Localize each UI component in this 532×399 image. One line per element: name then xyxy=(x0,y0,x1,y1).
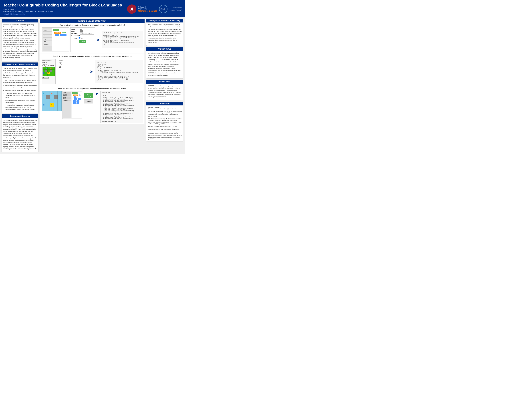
motivation-item-3: Enable teachers to share their levels an… xyxy=(5,92,37,99)
opt-player[interactable]: player xyxy=(59,61,67,63)
create-button[interactable]: Create xyxy=(79,40,86,43)
author-email: ngtumlin@crimson.ua.edu xyxy=(3,13,122,15)
level-bg-field: Background: #28BB09 xyxy=(43,65,55,66)
student-blockly-area: Action Direction Control Logic Math Vari… xyxy=(62,91,82,119)
ref-3: [3] D. Weintrop and U. Wilensky, "To blo… xyxy=(148,118,182,125)
s-cat-logic[interactable]: Logic xyxy=(63,96,71,98)
char-no-radio[interactable] xyxy=(78,37,81,39)
char-form: Name: rock Color: Image URL: Is squi xyxy=(70,27,95,52)
references-body: [1] Blockly Overview – https://developer… xyxy=(146,105,183,141)
motivation-body: Code.org's coding puzzles (e.g., Hour of… xyxy=(2,66,38,113)
header-right: A College of Engineering Computer Scienc… xyxy=(127,5,182,14)
nsf-grant-text: This project was partially supported by … xyxy=(169,7,182,11)
level-cols-field: Columns: 6 xyxy=(43,63,55,65)
char-name-label: Name: xyxy=(71,28,79,30)
background-header: Background Research xyxy=(2,114,38,118)
background-text: Block-based languages have many advantag… xyxy=(3,119,37,150)
motivation-list: Allow teachers to customize the appearan… xyxy=(3,85,37,111)
level-bg-val: #28BB09 xyxy=(49,65,54,66)
level-form: Name: arcadegame Rows: 4 Columns: 6 Back… xyxy=(42,59,56,84)
references-header: References xyxy=(146,102,183,105)
opt-question[interactable]: question xyxy=(59,64,67,66)
future-work-header: Future Work xyxy=(146,80,183,84)
current-status-section: Current Status Currently, COPPER exists … xyxy=(146,47,183,78)
motivation-item-2: Allow teachers to customize the design o… xyxy=(5,89,37,92)
char-color-input[interactable] xyxy=(80,30,83,32)
step1-content: Action Direction Control Logic Math Vari… xyxy=(40,26,145,53)
future-work-body: COPPER will soon be released publicly on… xyxy=(146,84,183,100)
step1-code: colorTable["rock"] = "black"; imageTable… xyxy=(101,31,143,48)
college-line2: Engineering xyxy=(138,8,157,10)
header-left: Teacher Configurable Coding Challenges f… xyxy=(3,3,122,15)
char-yes-label[interactable]: Yes xyxy=(73,37,77,39)
char-yes-radio[interactable] xyxy=(73,37,75,39)
level-builder: Name: arcadegame Rows: 4 Columns: 6 Back… xyxy=(42,59,88,84)
ref-4: [4] D. Bau, J. Gray, C. Kelleher, J. She… xyxy=(148,126,182,131)
right-column: Background Research (Continued) Using pu… xyxy=(146,19,183,152)
run-code-button[interactable]: Run Code xyxy=(84,93,93,98)
ref-2: [2] A. J. Ko, B. A. Myers, and H. H. Aun… xyxy=(148,110,182,117)
college-line1: College of xyxy=(138,6,157,8)
bg-continued-text: Using puzzles to teach computer science … xyxy=(148,24,182,43)
abstract-header: Abstract xyxy=(2,19,38,22)
ua-logo: A xyxy=(127,5,136,14)
abstract-text: COPPER (CustOmizable Puzzle PRogramming … xyxy=(3,24,37,59)
example-header: Example usage of COPPER xyxy=(40,19,145,23)
opt-remove[interactable]: remove xyxy=(59,60,67,61)
bg-continued-section: Background Research (Continued) Using pu… xyxy=(146,19,183,46)
char-image-label: Image URL: xyxy=(71,33,79,34)
level-cols-val: 6 xyxy=(48,63,48,65)
step3-arrow: ➤ xyxy=(95,91,99,96)
level-name-field: Name: arcadegame xyxy=(43,60,55,61)
s-cat-action[interactable]: Action xyxy=(63,92,71,93)
current-status-text: Currently, COPPER exists as a web applic… xyxy=(148,52,182,76)
references-section: References [1] Blockly Overview – https:… xyxy=(146,101,183,141)
current-status-header: Current Status xyxy=(146,47,183,51)
char-color-label: Color: xyxy=(71,31,79,32)
motivation-header: Motivation and Research Methods xyxy=(2,63,38,66)
s-cat-direction[interactable]: Direction xyxy=(63,94,71,95)
level-options: remove player rock question goal ship im… xyxy=(56,59,68,84)
student-canvas: On Start count with i 1 to 4 by 1 Move d xyxy=(72,92,82,118)
ref-1: [1] Blockly Overview – https://developer… xyxy=(148,106,182,110)
motivation-item-5: Provide tools for teachers to create lev… xyxy=(5,104,37,111)
example-wrapper: Example usage of COPPER Step 1: A teache… xyxy=(40,19,145,124)
char-image-input[interactable] xyxy=(80,33,94,35)
motivation-section: Motivation and Research Methods Code.org… xyxy=(1,62,38,113)
author-name: Nath Tumlin xyxy=(3,8,122,11)
opt-rock[interactable]: rock xyxy=(59,63,67,64)
college-logo: College of Engineering Computer Science xyxy=(138,6,157,12)
university-name: University of Alabama, Department of Com… xyxy=(3,11,122,13)
motivation-text1: Code.org's coding puzzles (e.g., Hour of… xyxy=(3,67,37,78)
motivation-item-1: Allow teachers to customize the appearan… xyxy=(5,85,37,89)
reset-button[interactable]: Reset xyxy=(84,99,93,103)
main-content: Abstract COPPER (CustOmizable Puzzle PRo… xyxy=(0,17,185,154)
save-level-button[interactable]: Save Level xyxy=(43,77,49,79)
student-area: 🐦 ⛵ xyxy=(42,91,94,119)
s-cat-variables[interactable]: Variables xyxy=(63,100,71,101)
bg-continued-header: Background Research (Continued) xyxy=(146,19,183,22)
opt-imagetest[interactable]: imageTest xyxy=(59,68,67,70)
step1-arrow: ➤ xyxy=(96,37,100,42)
ref-5: [5] K. J. Harms, N. Rowlett and C. Kelle… xyxy=(148,131,182,140)
step2-content: Name: arcadegame Rows: 4 Columns: 6 Back… xyxy=(40,58,145,85)
future-work-section: Future Work COPPER will soon be released… xyxy=(146,80,183,100)
char-no-label[interactable]: No xyxy=(78,37,82,39)
level-name-val: arcadegame xyxy=(46,60,52,61)
blockly-canvas: On Start repeat while true ▼ Move nowher… xyxy=(52,28,69,51)
future-work-text: COPPER will soon be released publicly on… xyxy=(148,85,182,98)
abstract-section: Abstract COPPER (CustOmizable Puzzle PRo… xyxy=(1,19,38,61)
motivation-text2: COPPER aims to improve upon this style o… xyxy=(3,79,37,84)
char-squishable-label: Is squishable? xyxy=(71,35,80,37)
opt-goal[interactable]: goal xyxy=(59,66,67,67)
page-title: Teacher Configurable Coding Challenges f… xyxy=(3,3,122,7)
opt-ship[interactable]: ship xyxy=(59,67,67,68)
background-section: Background Research Block-based language… xyxy=(1,114,38,152)
student-categories: Action Direction Control Logic Math Vari… xyxy=(63,92,71,118)
blockly-area: Action Direction Control Logic Math Vari… xyxy=(42,27,70,52)
step3-label: Step 3: A student uses Blockly to code a… xyxy=(40,87,145,90)
student-controls: Run Code Reset xyxy=(83,91,94,119)
s-cat-math[interactable]: Math xyxy=(63,98,71,99)
s-cat-control[interactable]: Control xyxy=(63,95,71,96)
middle-column: Example usage of COPPER Step 1: A teache… xyxy=(40,19,145,152)
